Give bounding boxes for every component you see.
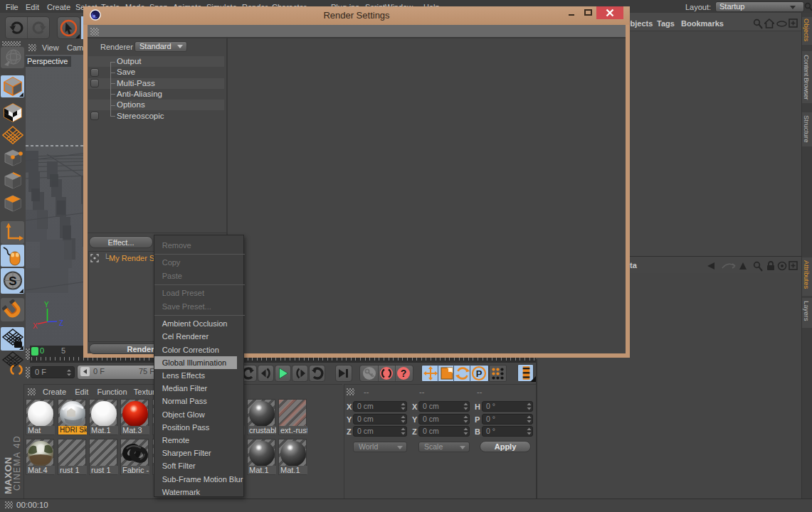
svg-text:S: S: [9, 274, 16, 288]
svg-text:X: X: [33, 322, 38, 330]
svg-text:Y: Y: [44, 301, 49, 309]
svg-text:Z: Z: [59, 319, 63, 327]
svg-text:P: P: [476, 368, 483, 379]
svg-text:?: ?: [401, 368, 407, 379]
